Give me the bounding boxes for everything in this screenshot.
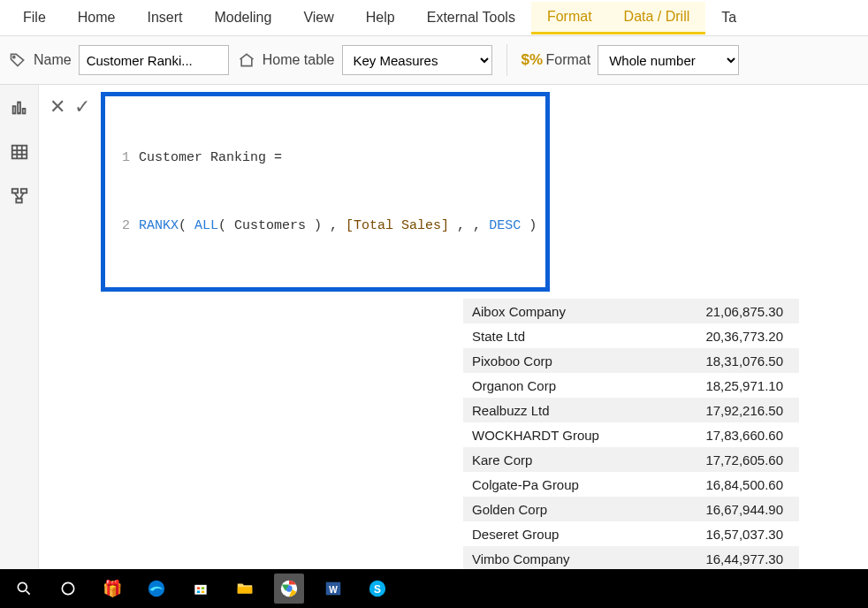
svg-rect-10 bbox=[20, 189, 26, 194]
cancel-formula-button[interactable]: ✕ bbox=[49, 95, 65, 118]
customer-name-cell: Kare Corp bbox=[463, 452, 675, 467]
svg-rect-2 bbox=[18, 103, 20, 114]
home-table-select[interactable]: Key Measures bbox=[342, 45, 492, 75]
customer-name-cell: Organon Corp bbox=[463, 378, 675, 393]
svg-text:W: W bbox=[329, 585, 338, 595]
value-cell: 16,84,500.60 bbox=[675, 477, 799, 492]
file-explorer-icon[interactable] bbox=[230, 574, 260, 604]
line-number: 1 bbox=[114, 147, 130, 170]
table-row[interactable]: Realbuzz Ltd17,92,216.50 bbox=[463, 398, 799, 422]
left-nav-rail bbox=[0, 85, 39, 569]
value-cell: 16,44,977.30 bbox=[675, 551, 799, 566]
chrome-icon[interactable] bbox=[274, 574, 304, 604]
customer-name-cell: Deseret Group bbox=[463, 527, 675, 542]
line-number: 2 bbox=[114, 215, 130, 238]
customer-name-cell: Pixoboo Corp bbox=[463, 353, 675, 369]
ribbon-tab-format[interactable]: Format bbox=[531, 2, 608, 34]
value-cell: 17,92,216.50 bbox=[675, 403, 799, 418]
ribbon-tab-insert[interactable]: Insert bbox=[131, 3, 198, 33]
value-cell: 18,25,971.10 bbox=[675, 378, 799, 393]
code-column: [Total Sales] bbox=[346, 215, 449, 238]
name-label: Name bbox=[34, 52, 72, 68]
svg-rect-9 bbox=[11, 189, 17, 194]
customer-name-cell: Aibox Company bbox=[463, 304, 675, 319]
customer-name-cell: WOCKHARDT Group bbox=[463, 428, 675, 443]
measure-name-input[interactable] bbox=[79, 45, 229, 75]
customer-name-cell: State Ltd bbox=[463, 329, 675, 344]
edge-icon[interactable] bbox=[141, 574, 171, 604]
word-icon[interactable]: W bbox=[318, 574, 348, 604]
ribbon-tabs: FileHomeInsertModelingViewHelpExternal T… bbox=[0, 0, 868, 35]
report-canvas[interactable]: Aibox Company21,06,875.30State Ltd20,36,… bbox=[39, 299, 868, 569]
customer-name-cell: Golden Corp bbox=[463, 502, 675, 517]
svg-rect-1 bbox=[12, 106, 15, 113]
table-row[interactable]: Kare Corp17,72,605.60 bbox=[463, 447, 799, 472]
data-view-button[interactable] bbox=[5, 138, 34, 166]
commit-formula-button[interactable]: ✓ bbox=[74, 95, 90, 118]
svg-rect-19 bbox=[197, 587, 200, 589]
microsoft-store-icon[interactable] bbox=[186, 574, 216, 604]
ribbon-tab-ta[interactable]: Ta bbox=[705, 3, 752, 33]
home-icon bbox=[238, 51, 255, 69]
table-row[interactable]: Deseret Group16,57,037.30 bbox=[463, 521, 799, 546]
value-cell: 21,06,875.30 bbox=[675, 304, 799, 319]
table-row[interactable]: WOCKHARDT Group17,83,660.60 bbox=[463, 422, 799, 447]
table-row[interactable]: Golden Corp16,67,944.90 bbox=[463, 497, 799, 521]
cortana-icon[interactable] bbox=[53, 574, 83, 604]
table-row[interactable]: Colgate-Pa Group16,84,500.60 bbox=[463, 472, 799, 497]
table-row[interactable]: State Ltd20,36,773.20 bbox=[463, 323, 799, 348]
value-cell: 16,57,037.30 bbox=[675, 527, 799, 542]
ribbon-tab-external-tools[interactable]: External Tools bbox=[411, 3, 531, 33]
svg-rect-3 bbox=[22, 109, 25, 114]
table-row[interactable]: Aibox Company21,06,875.30 bbox=[463, 299, 799, 323]
ribbon-tab-help[interactable]: Help bbox=[350, 3, 411, 33]
table-visual[interactable]: Aibox Company21,06,875.30State Ltd20,36,… bbox=[463, 299, 799, 569]
svg-point-16 bbox=[62, 582, 73, 594]
svg-line-13 bbox=[19, 193, 23, 198]
formula-bar: ✕ ✓ 1 Customer Ranking = 2 RANKX( ALL( C… bbox=[39, 85, 868, 299]
value-cell: 16,67,944.90 bbox=[675, 502, 799, 517]
svg-text:S: S bbox=[374, 583, 381, 596]
svg-point-0 bbox=[13, 57, 15, 58]
search-icon[interactable] bbox=[9, 574, 39, 604]
skype-icon[interactable]: S bbox=[362, 574, 392, 604]
code-text: Customer Ranking = bbox=[139, 147, 282, 170]
format-toolbar: Name Home table Key Measures $% Format W… bbox=[0, 35, 868, 85]
table-row[interactable]: Pixoboo Corp18,31,076.50 bbox=[463, 348, 799, 373]
customer-name-cell: Colgate-Pa Group bbox=[463, 477, 675, 492]
code-keyword: DESC bbox=[489, 215, 521, 238]
value-cell: 17,72,605.60 bbox=[675, 452, 799, 467]
svg-rect-22 bbox=[202, 591, 204, 594]
tag-icon bbox=[9, 51, 27, 69]
ribbon-tab-data-drill[interactable]: Data / Drill bbox=[608, 2, 706, 34]
format-label: Format bbox=[546, 52, 591, 68]
table-row[interactable]: Vimbo Company16,44,977.30 bbox=[463, 546, 799, 569]
report-view-button[interactable] bbox=[5, 94, 34, 122]
customer-name-cell: Vimbo Company bbox=[463, 551, 675, 566]
svg-point-14 bbox=[18, 582, 27, 591]
ribbon-tab-modeling[interactable]: Modeling bbox=[198, 3, 287, 33]
value-cell: 17,83,660.60 bbox=[675, 428, 799, 443]
table-row[interactable]: Organon Corp18,25,971.10 bbox=[463, 373, 799, 398]
customer-name-cell: Realbuzz Ltd bbox=[463, 403, 675, 418]
value-cell: 18,31,076.50 bbox=[675, 353, 799, 369]
ribbon-tab-home[interactable]: Home bbox=[62, 3, 132, 33]
svg-rect-20 bbox=[202, 587, 204, 589]
format-select[interactable]: Whole number bbox=[598, 45, 739, 75]
svg-rect-23 bbox=[238, 587, 253, 593]
editor-area: ✕ ✓ 1 Customer Ranking = 2 RANKX( ALL( C… bbox=[39, 85, 868, 569]
model-view-button[interactable] bbox=[5, 182, 34, 210]
svg-line-15 bbox=[27, 591, 30, 595]
store-icon[interactable]: 🎁 bbox=[97, 574, 127, 604]
code-func: ALL bbox=[194, 215, 218, 238]
format-icon: $% bbox=[522, 51, 539, 69]
code-func: RANKX bbox=[139, 215, 179, 238]
dax-editor[interactable]: 1 Customer Ranking = 2 RANKX( ALL( Custo… bbox=[101, 92, 550, 292]
home-table-label: Home table bbox=[263, 52, 335, 68]
ribbon-tab-view[interactable]: View bbox=[287, 3, 349, 33]
svg-rect-21 bbox=[197, 591, 200, 594]
ribbon-tab-file[interactable]: File bbox=[7, 3, 62, 33]
main-area: ✕ ✓ 1 Customer Ranking = 2 RANKX( ALL( C… bbox=[0, 85, 868, 569]
svg-rect-4 bbox=[11, 146, 27, 159]
svg-rect-18 bbox=[194, 585, 206, 595]
